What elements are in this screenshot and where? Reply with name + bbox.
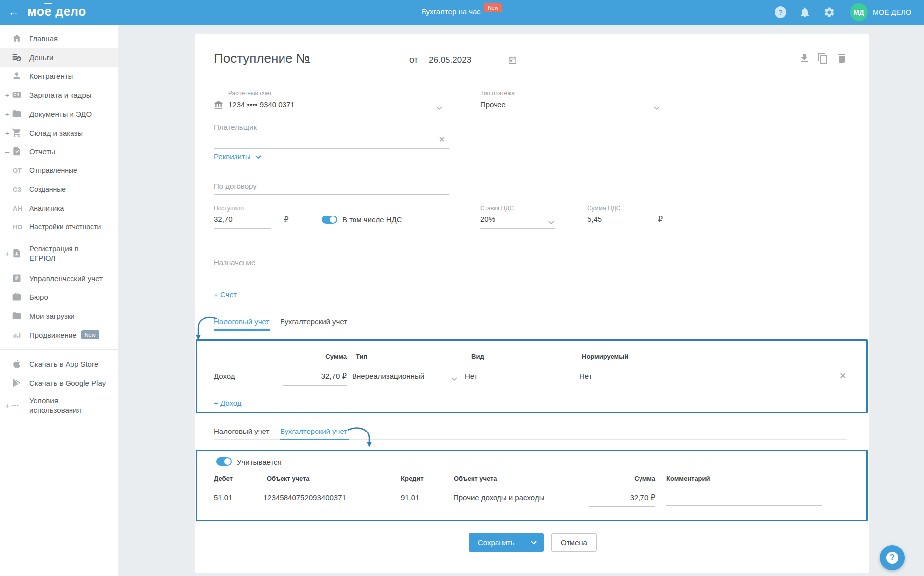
date-input[interactable]: 26.05.2023: [428, 54, 518, 69]
comment-input[interactable]: [666, 493, 822, 506]
remove-row-icon[interactable]: ✕: [839, 371, 846, 381]
expand-plus[interactable]: +: [4, 401, 11, 410]
avatar[interactable]: МД: [850, 3, 868, 21]
bell-icon[interactable]: [799, 6, 811, 18]
sidebar-item-bureau[interactable]: Бюро: [0, 288, 118, 306]
vat-rate-select[interactable]: Ставка НДС 20%: [480, 205, 555, 229]
active-tab-underline: [214, 329, 270, 331]
save-button[interactable]: Сохранить: [469, 533, 544, 552]
tab-book-accounting[interactable]: Бухгалтерский учет: [280, 427, 347, 435]
sidebar-item-money[interactable]: ₽ Деньги: [0, 48, 118, 67]
sidebar-item-downloads[interactable]: Мои загрузки: [0, 306, 118, 325]
sidebar-item-reports[interactable]: – Отчеты: [0, 142, 118, 161]
vat-included-toggle[interactable]: [322, 216, 337, 224]
debit-object-input[interactable]: 12345840752093400371: [263, 493, 396, 506]
gear-icon[interactable]: [823, 6, 835, 18]
sidebar-item-salary[interactable]: + Зарплата и кадры: [0, 85, 118, 104]
ruble-sign: ₽: [658, 215, 663, 224]
expand-plus[interactable]: +: [4, 129, 11, 137]
purpose-input[interactable]: Назначение: [214, 254, 847, 271]
top-header: ← мое дело Бухгалтер на часNew ? МД МОЁ …: [0, 0, 924, 25]
clear-icon[interactable]: ✕: [439, 135, 445, 144]
help-fab-button[interactable]: ?: [880, 545, 905, 570]
book-accounting-panel: Учитывается Дебет Объект учета Кредит Об…: [196, 450, 868, 521]
vat-amount-input[interactable]: Сумма НДС 5,45 ₽: [587, 205, 663, 229]
folder-icon: [12, 311, 22, 321]
tax-accounting-panel: Сумма Тип Вид Нормируемый Доход 32,70 ₽ …: [196, 339, 868, 413]
income-type-select[interactable]: Внереализационный: [352, 372, 458, 385]
cart-icon: [12, 128, 22, 138]
payment-type-select[interactable]: Тип платежа Прочее: [480, 90, 663, 114]
sidebar-item-warehouse[interactable]: + Склад и заказы: [0, 123, 118, 142]
expand-plus[interactable]: +: [4, 110, 11, 118]
money-icon: ₽: [12, 52, 22, 62]
credit-input[interactable]: 91.01: [401, 493, 446, 506]
header-promo[interactable]: Бухгалтер на часNew: [422, 7, 502, 17]
sidebar-item-documents[interactable]: + Документы и ЭДО: [0, 104, 118, 123]
tab-tax-accounting[interactable]: Налоговый учет: [214, 317, 269, 326]
income-row-label: Доход: [214, 372, 235, 380]
sidebar-item-app-store[interactable]: Скачать в App Store: [0, 355, 118, 373]
sidebar-item-terms[interactable]: + ••• Условия использования: [0, 392, 118, 418]
report-doc-icon: [12, 146, 22, 156]
amount-input[interactable]: 32,70 ₽: [589, 493, 655, 507]
apple-icon: [12, 359, 22, 369]
chart-bars-icon: [12, 330, 22, 340]
tab-book-accounting[interactable]: Бухгалтерский учет: [280, 317, 347, 326]
trash-icon[interactable]: [836, 52, 848, 64]
document-card: Поступление № 1 от 26.05.2023 Расчетный …: [195, 34, 869, 573]
add-account-link[interactable]: + Счет: [214, 290, 237, 299]
sidebar-item-home[interactable]: Главная: [0, 29, 118, 48]
sidebar-item-sent[interactable]: ОТ Отправленные: [0, 161, 118, 180]
new-badge: New: [484, 3, 502, 12]
sidebar-item-contractors[interactable]: Контрагенты: [0, 67, 118, 85]
download-icon[interactable]: [798, 52, 810, 64]
accounting-tabs: Налоговый учет Бухгалтерский учет: [214, 426, 847, 440]
save-options-arrow[interactable]: [524, 533, 544, 552]
requisites-link[interactable]: Реквизиты: [214, 152, 261, 161]
sidebar-item-registration[interactable]: + Регистрация в ЕГРЮЛ: [0, 240, 118, 266]
document-number-input[interactable]: 1: [305, 54, 401, 69]
promo-title: Бухгалтер на час: [422, 7, 481, 16]
new-badge: New: [81, 330, 99, 339]
person-icon: [12, 71, 22, 81]
help-icon[interactable]: ?: [775, 6, 786, 18]
tab-tax-accounting[interactable]: Налоговый учет: [214, 427, 269, 435]
sidebar-item-google-play[interactable]: Скачать в Google Play: [0, 373, 118, 392]
debit-value: 51.01: [214, 493, 233, 502]
account-select[interactable]: Расчетный счет 1234 •••• 9340 0371: [214, 90, 449, 114]
accounted-label: Учитывается: [237, 458, 282, 466]
ruble-sign: ₽: [284, 216, 289, 224]
sidebar-item-report-settings[interactable]: НО Настройки отчетности: [0, 217, 118, 236]
income-normalized-value: Нет: [579, 372, 592, 380]
add-income-link[interactable]: + Доход: [214, 399, 242, 407]
income-amount-input[interactable]: 32,70 ₽: [283, 372, 347, 386]
payer-input[interactable]: Плательщик ✕: [214, 123, 449, 149]
vat-included-label: В том числе НДС: [342, 216, 402, 224]
received-amount-input[interactable]: Поступило 32,70: [214, 205, 271, 229]
contract-input[interactable]: По договору: [214, 178, 449, 195]
collapse-minus[interactable]: –: [4, 147, 11, 156]
chevron-down-icon: [548, 218, 554, 226]
sidebar-item-promotion[interactable]: Продвижение New: [0, 325, 118, 344]
expand-plus[interactable]: +: [4, 249, 11, 258]
app-logo[interactable]: мое дело: [27, 4, 86, 19]
expand-plus[interactable]: +: [4, 91, 11, 99]
profile-name[interactable]: МОЁ ДЕЛО: [873, 8, 911, 16]
copy-icon[interactable]: [817, 52, 829, 64]
ruble-square-icon: ₽: [12, 273, 22, 283]
sidebar-item-analytics[interactable]: АН Аналитика: [0, 199, 118, 217]
sidebar-item-management[interactable]: ₽ Управленческий учет: [0, 269, 118, 288]
tax-tabs: Налоговый учет Бухгалтерский учет: [214, 316, 847, 330]
accounted-toggle[interactable]: [216, 457, 232, 466]
dots-icon: •••: [12, 402, 22, 408]
cancel-button[interactable]: Отмена: [551, 533, 597, 552]
sidebar-item-created[interactable]: СЗ Созданные: [0, 180, 118, 199]
back-arrow-icon[interactable]: ←: [8, 4, 20, 19]
sidebar: Главная ₽ Деньги Контрагенты + Зарплата …: [0, 25, 118, 576]
folder-icon: [12, 109, 22, 119]
credit-object-input[interactable]: Прочие доходы и расходы: [453, 493, 580, 506]
date-preposition: от: [409, 55, 418, 65]
calendar-icon[interactable]: [508, 55, 517, 67]
active-tab-underline: [280, 439, 349, 440]
